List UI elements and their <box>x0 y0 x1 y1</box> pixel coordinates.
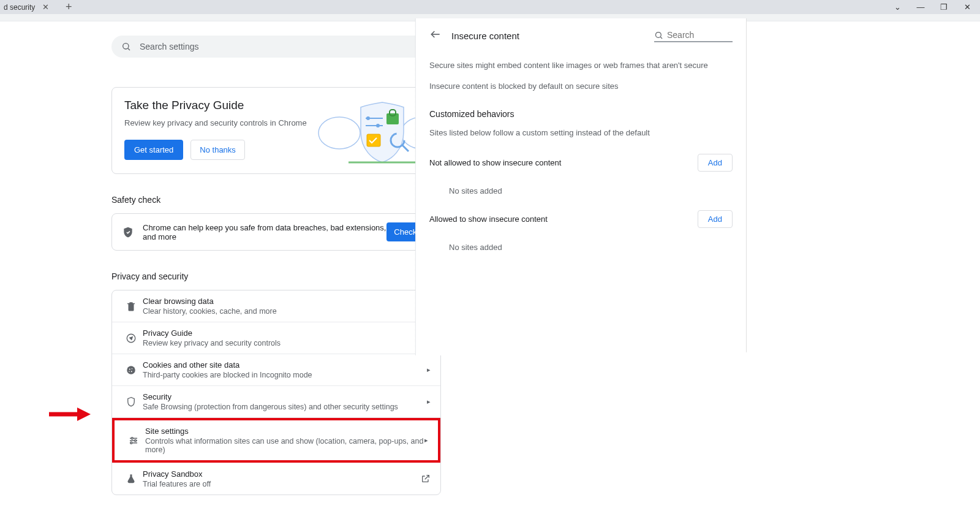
safety-check-heading: Safety check <box>111 195 441 205</box>
svg-point-21 <box>131 437 133 439</box>
shield-icon <box>126 396 137 408</box>
tab-title: d security <box>4 3 35 12</box>
search-icon <box>121 42 131 51</box>
arrow-left-icon <box>429 28 442 40</box>
browser-tab[interactable]: d security ✕ <box>0 0 55 14</box>
no-thanks-button[interactable]: No thanks <box>190 140 245 160</box>
row-site-settings[interactable]: Site settings Controls what information … <box>112 418 440 463</box>
external-link-icon <box>421 474 431 483</box>
chevron-right-icon: ▸ <box>427 398 431 406</box>
allowed-label: Allowed to show insecure content <box>429 214 698 224</box>
add-allowed-button[interactable]: Add <box>698 210 733 228</box>
get-started-button[interactable]: Get started <box>124 140 183 160</box>
close-tab-icon[interactable]: ✕ <box>42 2 49 12</box>
svg-point-15 <box>127 366 135 374</box>
panel-desc-2: Insecure content is blocked by default o… <box>429 81 733 92</box>
add-not-allowed-button[interactable]: Add <box>698 154 733 172</box>
svg-line-30 <box>660 37 662 39</box>
svg-rect-4 <box>386 113 399 124</box>
panel-desc-1: Secure sites might embed content like im… <box>429 60 733 71</box>
row-sub: Trial features are off <box>143 480 421 488</box>
settings-content: Search settings Take the Privacy Guide R… <box>111 36 441 495</box>
not-allowed-section: Not allowed to show insecure content Add… <box>429 154 733 195</box>
svg-point-0 <box>123 44 129 49</box>
chevron-right-icon: ▸ <box>427 366 431 374</box>
row-sub: Third-party cookies are blocked in Incog… <box>143 371 427 379</box>
shield-check-icon <box>122 226 134 238</box>
svg-point-7 <box>366 116 370 120</box>
safety-check-text: Chrome can help keep you safe from data … <box>143 223 386 241</box>
row-security[interactable]: Security Safe Browsing (protection from … <box>112 386 440 418</box>
settings-search[interactable]: Search settings <box>111 36 441 58</box>
search-icon <box>654 31 663 40</box>
privacy-security-list: Clear browsing data Clear history, cooki… <box>111 290 441 495</box>
row-title: Privacy Sandbox <box>143 469 421 479</box>
row-title: Site settings <box>145 426 424 436</box>
svg-line-12 <box>402 145 409 151</box>
svg-point-23 <box>135 439 137 441</box>
svg-marker-27 <box>77 408 91 421</box>
row-title: Cookies and other site data <box>143 360 427 370</box>
annotation-arrow <box>48 405 91 423</box>
row-sub: Controls what information sites can use … <box>145 437 424 454</box>
row-title: Clear browsing data <box>143 297 431 306</box>
trash-icon <box>126 301 137 312</box>
row-privacy-sandbox[interactable]: Privacy Sandbox Trial features are off <box>112 463 440 495</box>
tab-strip: d security ✕ + ⌄ — ❐ ✕ <box>0 0 980 14</box>
privacy-guide-card: Take the Privacy Guide Review key privac… <box>111 87 441 174</box>
minimize-button[interactable]: — <box>911 0 930 14</box>
chevron-right-icon: ▸ <box>424 436 428 444</box>
safety-check-card: Chrome can help keep you safe from data … <box>111 213 441 251</box>
panel-title: Insecure content <box>451 31 644 41</box>
window-controls: ⌄ — ❐ ✕ <box>888 0 980 14</box>
tune-icon <box>128 435 139 446</box>
svg-point-25 <box>130 442 132 444</box>
panel-search[interactable] <box>654 29 733 42</box>
customized-behaviors-sub: Sites listed below follow a custom setti… <box>429 127 733 138</box>
row-cookies[interactable]: Cookies and other site data Third-party … <box>112 354 440 386</box>
compass-icon <box>126 333 137 344</box>
flask-icon <box>126 473 137 484</box>
svg-point-18 <box>131 371 132 372</box>
svg-line-1 <box>128 48 130 50</box>
maximize-button[interactable]: ❐ <box>935 0 953 14</box>
row-sub: Clear history, cookies, cache, and more <box>143 307 431 316</box>
insecure-content-panel: Insecure content Secure sites might embe… <box>415 18 746 355</box>
new-tab-button[interactable]: + <box>60 0 77 16</box>
close-window-button[interactable]: ✕ <box>958 0 976 14</box>
row-clear-browsing-data[interactable]: Clear browsing data Clear history, cooki… <box>112 290 440 322</box>
no-sites-text: No sites added <box>449 186 733 195</box>
row-sub: Review key privacy and security controls <box>143 339 431 347</box>
no-sites-text: No sites added <box>449 243 733 252</box>
row-sub: Safe Browsing (protection from dangerous… <box>143 403 427 411</box>
privacy-security-heading: Privacy and security <box>111 271 441 281</box>
panel-search-input[interactable] <box>667 30 733 40</box>
svg-point-29 <box>656 32 662 37</box>
customized-behaviors-heading: Customized behaviors <box>429 109 733 119</box>
cookie-icon <box>126 365 137 376</box>
svg-point-2 <box>318 117 360 149</box>
svg-point-16 <box>129 368 130 370</box>
not-allowed-label: Not allowed to show insecure content <box>429 158 698 167</box>
svg-point-17 <box>132 368 133 369</box>
allowed-section: Allowed to show insecure content Add No … <box>429 210 733 252</box>
row-privacy-guide[interactable]: Privacy Guide Review key privacy and sec… <box>112 322 440 354</box>
svg-point-19 <box>129 371 130 372</box>
row-title: Security <box>143 392 427 401</box>
row-title: Privacy Guide <box>143 328 431 338</box>
right-divider <box>746 18 747 352</box>
search-placeholder: Search settings <box>140 42 199 51</box>
svg-point-9 <box>376 124 380 127</box>
back-button[interactable] <box>429 28 442 43</box>
tabs-dropdown-icon[interactable]: ⌄ <box>888 0 907 14</box>
